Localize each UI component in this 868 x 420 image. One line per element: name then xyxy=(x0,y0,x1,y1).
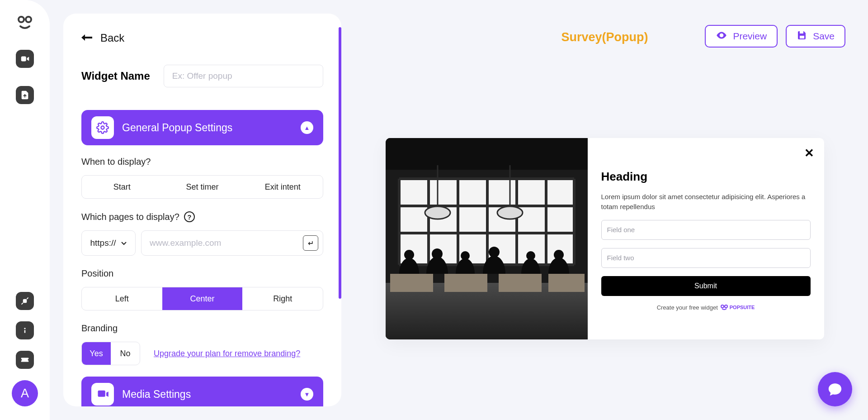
svg-rect-9 xyxy=(800,31,803,33)
brand-badge: POPSUITE xyxy=(721,305,755,310)
svg-point-40 xyxy=(554,250,564,260)
upload-file-icon[interactable] xyxy=(16,86,34,104)
preview-button[interactable]: Preview xyxy=(705,25,778,48)
branding-yes[interactable]: Yes xyxy=(82,342,111,365)
svg-rect-2 xyxy=(21,57,26,62)
media-icon xyxy=(91,383,114,406)
svg-rect-5 xyxy=(24,330,26,333)
svg-point-36 xyxy=(432,248,443,259)
svg-point-28 xyxy=(497,206,523,219)
back-button[interactable]: Back xyxy=(81,32,323,44)
chevron-down-icon xyxy=(121,238,127,248)
arrow-left-icon xyxy=(81,32,92,44)
branding-label: Branding xyxy=(81,323,323,334)
branding-no[interactable]: No xyxy=(111,342,140,365)
url-input[interactable] xyxy=(150,238,303,248)
position-option-right[interactable]: Right xyxy=(242,287,323,310)
enter-icon[interactable]: ↵ xyxy=(303,235,318,251)
upgrade-link[interactable]: Upgrade your plan for remove branding? xyxy=(154,349,300,358)
svg-point-35 xyxy=(404,250,414,260)
svg-point-6 xyxy=(101,126,104,129)
svg-point-4 xyxy=(24,328,25,329)
svg-rect-3 xyxy=(24,300,27,303)
help-icon[interactable]: ? xyxy=(184,211,195,222)
svg-point-37 xyxy=(461,251,470,260)
protocol-select[interactable]: https:// xyxy=(81,230,136,256)
save-button[interactable]: Save xyxy=(786,25,845,48)
when-segmented: Start Set timer Exit intent xyxy=(81,175,323,199)
popup-description: Lorem ipsum dolor sit amet consectetur a… xyxy=(601,192,811,212)
svg-point-1 xyxy=(26,17,31,22)
svg-point-39 xyxy=(526,251,535,260)
when-option-exit[interactable]: Exit intent xyxy=(242,176,323,198)
popup-heading: Heading xyxy=(601,170,811,184)
svg-point-8 xyxy=(721,34,722,36)
svg-point-38 xyxy=(489,247,500,258)
popup-preview: ✕ Heading Lorem ipsum dolor sit amet con… xyxy=(386,138,824,339)
svg-point-41 xyxy=(721,305,724,308)
eye-icon xyxy=(716,29,727,43)
section-media-settings[interactable]: Media Settings ▼ xyxy=(81,377,323,406)
info-icon[interactable] xyxy=(16,321,34,339)
save-icon xyxy=(797,30,807,43)
position-option-left[interactable]: Left xyxy=(82,287,162,310)
svg-rect-10 xyxy=(800,36,804,38)
svg-point-26 xyxy=(425,206,450,219)
chevron-down-icon: ▼ xyxy=(301,388,313,401)
svg-rect-7 xyxy=(98,391,105,397)
position-segmented: Left Center Right xyxy=(81,287,323,310)
page-title: Survey(Popup) xyxy=(561,30,648,44)
chat-fab[interactable] xyxy=(818,372,852,406)
svg-point-42 xyxy=(725,305,727,308)
pages-label: Which pages to display? ? xyxy=(81,211,323,222)
video-icon[interactable] xyxy=(16,50,34,68)
svg-rect-33 xyxy=(499,274,542,292)
left-nav-rail: A xyxy=(0,0,50,420)
popup-field-one[interactable] xyxy=(601,220,811,240)
chevron-up-icon: ▲ xyxy=(301,121,313,134)
popup-submit-button[interactable]: Submit xyxy=(601,276,811,296)
popup-credit: Create your free widget POPSUITE xyxy=(601,304,811,311)
section-general-settings[interactable]: General Popup Settings ▲ xyxy=(81,110,323,145)
position-option-center[interactable]: Center xyxy=(162,287,243,310)
svg-rect-12 xyxy=(386,138,588,170)
when-option-timer[interactable]: Set timer xyxy=(162,176,243,198)
branding-toggle: Yes No xyxy=(81,342,140,365)
close-icon[interactable]: ✕ xyxy=(804,146,814,160)
widget-name-label: Widget Name xyxy=(81,70,150,82)
svg-point-0 xyxy=(19,17,24,22)
position-label: Position xyxy=(81,268,323,279)
svg-rect-34 xyxy=(548,274,585,292)
widget-name-input[interactable] xyxy=(164,65,323,87)
gear-icon xyxy=(91,116,114,139)
svg-rect-32 xyxy=(444,274,487,292)
settings-panel: Back Widget Name General Popup Settings … xyxy=(63,14,341,406)
ticket-icon[interactable] xyxy=(16,351,34,369)
popup-field-two[interactable] xyxy=(601,248,811,268)
back-label: Back xyxy=(100,32,124,44)
section-title: Media Settings xyxy=(122,388,292,401)
avatar[interactable]: A xyxy=(12,380,38,406)
when-to-display-label: When to display? xyxy=(81,157,323,167)
logo-icon[interactable] xyxy=(16,14,34,32)
preview-area: Survey(Popup) Preview Save xyxy=(341,14,868,406)
svg-rect-31 xyxy=(390,274,433,292)
section-title: General Popup Settings xyxy=(122,122,292,134)
popup-image xyxy=(386,138,588,339)
plug-icon[interactable] xyxy=(16,292,34,310)
when-option-start[interactable]: Start xyxy=(82,176,162,198)
